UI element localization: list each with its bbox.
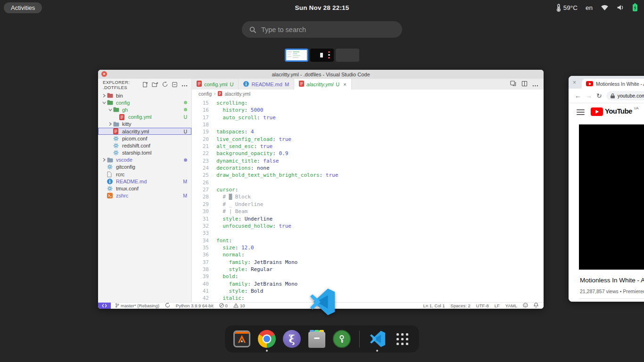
video-player[interactable] [579,124,644,270]
gear-icon [107,164,114,170]
back-button[interactable]: ← [575,92,581,99]
tree-item-vscode[interactable]: vscode [98,156,191,164]
line-number: 27 [192,186,209,193]
status-label: 10 [240,303,245,308]
editor-tabs: config.ymlUREADME.mdMalacritty.ymlU× [192,79,544,90]
status-bell[interactable] [534,303,538,309]
tree-item-gh[interactable]: gh [98,106,191,113]
other-tab-close-icon[interactable]: × [573,79,576,86]
menu-icon[interactable] [577,109,585,116]
line-number: 29 [192,201,209,208]
tree-item-rcrc[interactable]: rcrc [98,171,191,178]
reload-button[interactable]: ↻ [596,92,602,99]
git-status-dot [184,108,187,111]
split-editor-icon[interactable] [521,80,528,89]
code-line: 18 [192,121,544,128]
refresh-explorer-icon[interactable] [162,82,168,88]
chevron-right-icon[interactable] [107,122,113,126]
file-label: alacritty.yml [122,129,149,134]
new-folder-icon[interactable] [152,82,158,89]
status-yaml[interactable]: YAML [505,303,517,308]
tab-config-yml[interactable]: config.ymlU [192,79,239,90]
code-line: 15scrolling: [192,99,544,107]
tab-readme-md[interactable]: README.mdM [239,79,294,90]
status-lf[interactable]: LF [495,303,500,308]
close-window-button[interactable]: × [101,71,107,77]
search-field[interactable]: Type to search [242,21,402,38]
vscode-title-bar[interactable]: × alacritty.yml - .dotfiles - Visual Stu… [98,70,544,79]
url-text: youtube.com/wa [618,93,644,99]
line-number: 26 [192,179,209,186]
more-actions-icon[interactable] [532,80,538,89]
remote-indicator[interactable] [98,303,111,309]
youtube-logo[interactable]: YouTube UA [591,107,638,116]
chevron-right-icon[interactable] [101,158,107,162]
chrome-window[interactable]: × Motionless In White - A ← → ↻ youtube.… [569,76,644,302]
status-warning[interactable]: 10 [233,303,245,309]
status-sync[interactable] [165,303,170,309]
chrome-tab-strip: × Motionless In White - A [569,76,644,89]
line-number: 17 [192,114,209,121]
code-line: 35 size: 12.0 [192,244,544,251]
folder-green-icon [107,100,114,105]
tree-item-redshift-conf[interactable]: redshift.conf [98,142,191,149]
tab-alacritty-yml[interactable]: alacritty.ymlU× [294,79,352,90]
tree-item-config[interactable]: config [98,99,191,106]
clock[interactable]: Sun Nov 28 22:15 [295,4,349,11]
chevron-down-icon[interactable] [101,101,107,104]
close-tab-icon[interactable]: × [343,82,346,87]
chevron-down-icon[interactable] [107,108,113,111]
dock-alacritty-icon[interactable] [232,329,251,348]
code-editor[interactable]: 15scrolling:16 history: 500017 auto_scro… [192,98,544,302]
dock-vscode-icon[interactable] [368,329,387,348]
tree-item-alacritty-yml[interactable]: alacritty.ymlU [98,128,191,135]
vscode-window[interactable]: × alacritty.yml - .dotfiles - Visual Stu… [98,70,544,309]
open-changes-icon[interactable] [510,80,517,89]
status-error[interactable]: 0 [219,303,228,309]
forward-button[interactable]: → [586,92,592,99]
breadcrumb[interactable]: config › alacritty.yml [192,90,544,98]
keyboard-layout[interactable]: en [586,4,593,11]
tree-item-gitconfig[interactable]: gitconfig [98,164,191,171]
activities-button[interactable]: Activities [4,2,42,13]
breadcrumb-file[interactable]: alacritty.yml [224,91,250,97]
status-branch[interactable]: master* (Rebasing) [115,303,159,309]
status-utf-8[interactable]: UTF-8 [476,303,489,308]
tree-item-picom-conf[interactable]: picom.conf [98,135,191,142]
active-browser-tab[interactable]: Motionless In White - A [582,79,644,89]
code-line: 21alt_send_esc: true [192,143,544,150]
collapse-folders-icon[interactable] [172,82,178,89]
tree-item-zshrc[interactable]: zshrcM [98,192,191,199]
system-tray[interactable]: 59°C en [556,4,637,12]
file-label: starship.toml [122,150,151,156]
dock-emacs-icon[interactable]: ξ [282,329,301,348]
explorer-header: EXPLORER: .DOTFILES [103,80,142,90]
status-spaces-2[interactable]: Spaces: 2 [451,303,471,308]
workspace-thumbnail-1[interactable] [285,49,308,62]
tree-item-readme-md[interactable]: README.mdM [98,178,191,185]
dock-chrome-icon[interactable] [257,329,276,348]
new-file-icon[interactable] [142,82,148,89]
dock-files-icon[interactable] [307,329,326,348]
line-number: 28 [192,193,209,200]
status-feedback[interactable] [523,303,528,309]
tree-item-bin[interactable]: bin [98,92,191,99]
status-python-3-9-9-64-bit[interactable]: Python 3.9.9 64-bit [176,303,214,308]
code-line: 26 [192,179,544,186]
tree-item-starship-toml[interactable]: starship.toml [98,149,191,156]
more-actions-icon[interactable] [182,82,188,88]
status-ln-1-col-1[interactable]: Ln 1, Col 1 [423,303,445,308]
line-number: 33 [192,230,209,237]
code-line: 34font: [192,237,544,244]
workspace-thumbnail-3[interactable] [336,49,359,62]
dock-keepassxc-icon[interactable] [332,329,351,348]
chevron-right-icon[interactable] [101,94,107,98]
tree-item-tmux-conf[interactable]: tmux.conf [98,185,191,192]
tree-item-config-yml[interactable]: config.ymlU [98,114,191,121]
dock-app-grid-icon[interactable] [393,329,412,348]
tree-item-kitty[interactable]: kitty [98,121,191,128]
address-bar[interactable]: youtube.com/wa [606,91,644,100]
wifi-icon [601,4,609,11]
breadcrumb-folder[interactable]: config [198,91,212,97]
workspace-thumbnail-2[interactable] [310,49,334,62]
